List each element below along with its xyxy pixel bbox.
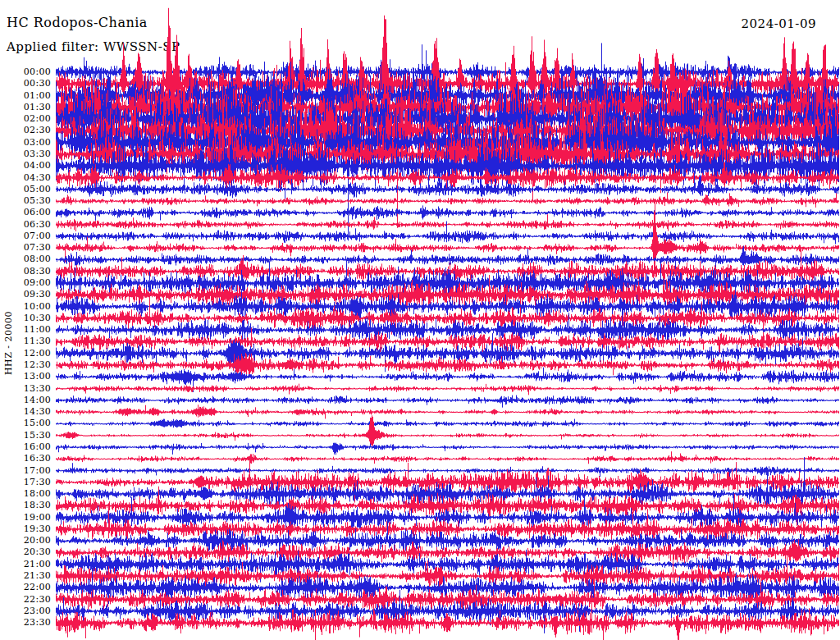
time-label: 13:30 — [0, 384, 51, 394]
station-title: HC Rodopos-Chania — [7, 15, 148, 30]
time-label: 15:00 — [0, 418, 51, 428]
time-label: 21:00 — [0, 560, 51, 569]
time-label: 04:30 — [0, 173, 51, 183]
time-label: 23:00 — [0, 606, 51, 616]
time-label: 20:00 — [0, 536, 51, 546]
time-label: 07:00 — [0, 231, 51, 241]
time-label: 01:30 — [0, 103, 51, 112]
time-label: 18:00 — [0, 489, 51, 499]
time-label: 11:00 — [0, 325, 51, 335]
time-label: 18:30 — [0, 501, 51, 510]
time-label: 15:30 — [0, 431, 51, 441]
time-label: 09:00 — [0, 278, 51, 288]
time-label: 20:30 — [0, 547, 51, 557]
time-label: 09:30 — [0, 290, 51, 299]
time-label: 03:30 — [0, 149, 51, 159]
time-label: 06:00 — [0, 208, 51, 217]
time-label: 00:00 — [0, 67, 51, 77]
date-label: 2024-01-09 — [742, 16, 816, 31]
time-label: 06:30 — [0, 220, 51, 230]
time-label: 22:00 — [0, 583, 51, 592]
helicorder-traces-canvas — [0, 0, 840, 640]
time-label: 00:30 — [0, 79, 51, 89]
time-label: 12:00 — [0, 349, 51, 359]
time-label: 19:00 — [0, 513, 51, 523]
time-label: 05:30 — [0, 196, 51, 206]
applied-filter-label: Applied filter: WWSSN-SP — [7, 39, 180, 54]
time-label: 01:00 — [0, 91, 51, 101]
time-label: 16:00 — [0, 442, 51, 452]
time-label: 14:00 — [0, 395, 51, 405]
time-label: 08:30 — [0, 267, 51, 277]
time-label: 07:30 — [0, 243, 51, 253]
time-label: 17:30 — [0, 478, 51, 487]
time-label: 17:00 — [0, 466, 51, 476]
time-label: 04:00 — [0, 161, 51, 171]
time-label: 02:00 — [0, 114, 51, 124]
time-label: 03:00 — [0, 138, 51, 148]
time-label: 21:30 — [0, 571, 51, 581]
time-label: 08:00 — [0, 254, 51, 264]
time-label: 02:30 — [0, 126, 51, 135]
time-label: 13:00 — [0, 372, 51, 382]
time-label: 11:30 — [0, 336, 51, 346]
time-label: 16:30 — [0, 454, 51, 464]
time-label: 05:00 — [0, 185, 51, 194]
time-label: 14:30 — [0, 407, 51, 417]
time-label: 10:30 — [0, 313, 51, 323]
time-label: 23:30 — [0, 618, 51, 628]
time-label: 12:30 — [0, 360, 51, 370]
helicorder-page: HC Rodopos-Chania Applied filter: WWSSN-… — [0, 0, 840, 640]
time-label: 19:30 — [0, 524, 51, 534]
time-label: 10:00 — [0, 302, 51, 312]
time-label: 22:30 — [0, 595, 51, 605]
